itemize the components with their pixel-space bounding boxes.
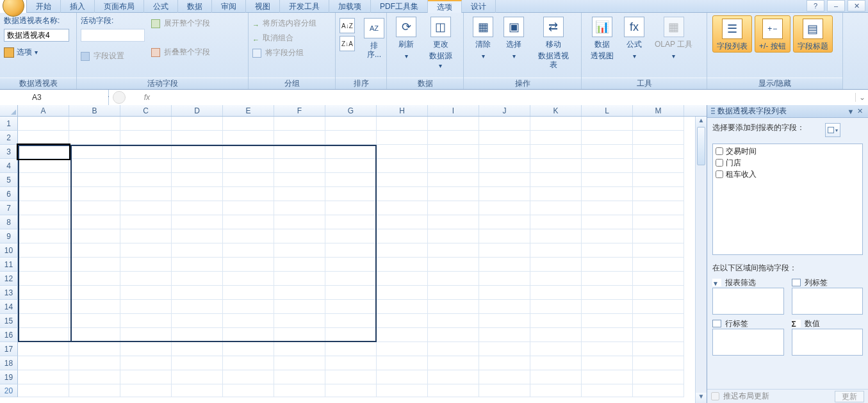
cell-I2[interactable] <box>428 131 479 145</box>
cell-A19[interactable] <box>18 370 69 384</box>
cell-I4[interactable] <box>428 159 479 173</box>
cell-J6[interactable] <box>479 187 530 201</box>
group-field-button[interactable]: 将字段分组 <box>252 47 316 58</box>
cell-L14[interactable] <box>582 300 633 314</box>
field-row-2[interactable]: 租车收入 <box>714 169 861 180</box>
cell-J4[interactable] <box>479 159 530 173</box>
cell-H19[interactable] <box>377 370 428 384</box>
cell-F20[interactable] <box>274 384 325 397</box>
panel-close-button[interactable]: ✕ <box>855 107 864 115</box>
cell-H7[interactable] <box>377 201 428 215</box>
row-header-20[interactable]: 20 <box>0 384 18 397</box>
formula-button[interactable]: fx 公式 <box>619 14 650 56</box>
cell-K9[interactable] <box>530 229 582 243</box>
cell-F1[interactable] <box>274 117 325 131</box>
cell-L8[interactable] <box>582 215 633 229</box>
cell-A18[interactable] <box>18 356 69 370</box>
expand-field-button[interactable]: 展开整个字段 <box>151 18 228 29</box>
field-row-0[interactable]: 交易时间 <box>714 145 861 157</box>
field-list-toggle[interactable]: ☰ 字段列表 <box>712 15 752 53</box>
cell-E1[interactable] <box>223 117 274 131</box>
cell-G19[interactable] <box>325 370 377 384</box>
cell-L18[interactable] <box>582 356 633 370</box>
cell-J9[interactable] <box>479 229 530 243</box>
group-selection-button[interactable]: 将所选内容分组 <box>252 18 316 29</box>
row-header-18[interactable]: 18 <box>0 356 18 370</box>
cell-I10[interactable] <box>428 243 479 258</box>
row-header-11[interactable]: 11 <box>0 258 18 272</box>
cell-I16[interactable] <box>428 328 479 342</box>
office-button[interactable] <box>0 0 27 13</box>
cell-A2[interactable] <box>18 131 69 145</box>
cell-H13[interactable] <box>377 286 428 300</box>
formula-expand-button[interactable]: ⌄ <box>855 93 868 102</box>
cell-J1[interactable] <box>479 117 530 131</box>
cell-C17[interactable] <box>120 342 172 356</box>
cell-I1[interactable] <box>428 117 479 131</box>
cell-K1[interactable] <box>530 117 582 131</box>
cell-M10[interactable] <box>633 243 684 258</box>
cell-L2[interactable] <box>582 131 633 145</box>
cell-K17[interactable] <box>530 342 582 356</box>
cell-J10[interactable] <box>479 243 530 258</box>
row-header-1[interactable]: 1 <box>0 117 18 131</box>
col-header-M[interactable]: M <box>633 105 684 116</box>
cell-I7[interactable] <box>428 201 479 215</box>
cell-L19[interactable] <box>582 370 633 384</box>
cell-I17[interactable] <box>428 342 479 356</box>
cell-E17[interactable] <box>223 342 274 356</box>
cell-L1[interactable] <box>582 117 633 131</box>
cell-D17[interactable] <box>172 342 223 356</box>
cell-H5[interactable] <box>377 173 428 187</box>
cell-H2[interactable] <box>377 131 428 145</box>
cell-K2[interactable] <box>530 131 582 145</box>
cell-J11[interactable] <box>479 258 530 272</box>
name-box-dropdown[interactable]: ▾ <box>76 93 108 102</box>
values-dropzone[interactable] <box>792 329 864 356</box>
update-button[interactable]: 更新 <box>835 391 864 402</box>
cell-B19[interactable] <box>69 370 120 384</box>
cell-G17[interactable] <box>325 342 377 356</box>
select-all-corner[interactable] <box>0 105 18 116</box>
pivot-name-input[interactable] <box>4 29 69 42</box>
cell-J3[interactable] <box>479 145 530 159</box>
sort-desc-button[interactable]: Z↓A <box>340 36 355 51</box>
menu-tab-3[interactable]: 公式 <box>144 0 178 13</box>
menu-tab-6[interactable]: 视图 <box>246 0 280 13</box>
col-header-G[interactable]: G <box>325 105 377 116</box>
cell-M12[interactable] <box>633 272 684 286</box>
cell-L5[interactable] <box>582 173 633 187</box>
cell-M8[interactable] <box>633 215 684 229</box>
cell-J5[interactable] <box>479 173 530 187</box>
cell-M19[interactable] <box>633 370 684 384</box>
cell-B2[interactable] <box>69 131 120 145</box>
min-ribbon-button[interactable]: – <box>827 0 845 12</box>
cell-K14[interactable] <box>530 300 582 314</box>
cell-K3[interactable] <box>530 145 582 159</box>
cell-H6[interactable] <box>377 187 428 201</box>
cell-A20[interactable] <box>18 384 69 397</box>
menu-tab-1[interactable]: 插入 <box>61 0 95 13</box>
select-button[interactable]: ▣ 选择 <box>498 14 529 56</box>
col-header-D[interactable]: D <box>172 105 223 116</box>
cell-M6[interactable] <box>633 187 684 201</box>
menu-tab-4[interactable]: 数据 <box>178 0 212 13</box>
menu-tab-0[interactable]: 开始 <box>27 0 61 13</box>
formula-input[interactable] <box>155 90 855 105</box>
cell-B20[interactable] <box>69 384 120 397</box>
cell-M3[interactable] <box>633 145 684 159</box>
cell-D20[interactable] <box>172 384 223 397</box>
cell-M2[interactable] <box>633 131 684 145</box>
change-source-button[interactable]: ◫ 更改 数据源 <box>422 14 459 70</box>
cell-H11[interactable] <box>377 258 428 272</box>
cell-E2[interactable] <box>223 131 274 145</box>
cell-J15[interactable] <box>479 314 530 328</box>
field-checkbox-1[interactable] <box>716 159 723 167</box>
row-header-7[interactable]: 7 <box>0 201 18 215</box>
close-ribbon-button[interactable]: ✕ <box>848 0 865 12</box>
field-checkbox-0[interactable] <box>716 147 723 155</box>
menu-tab-2[interactable]: 页面布局 <box>95 0 144 13</box>
col-header-J[interactable]: J <box>479 105 530 116</box>
cell-K12[interactable] <box>530 272 582 286</box>
cell-D2[interactable] <box>172 131 223 145</box>
